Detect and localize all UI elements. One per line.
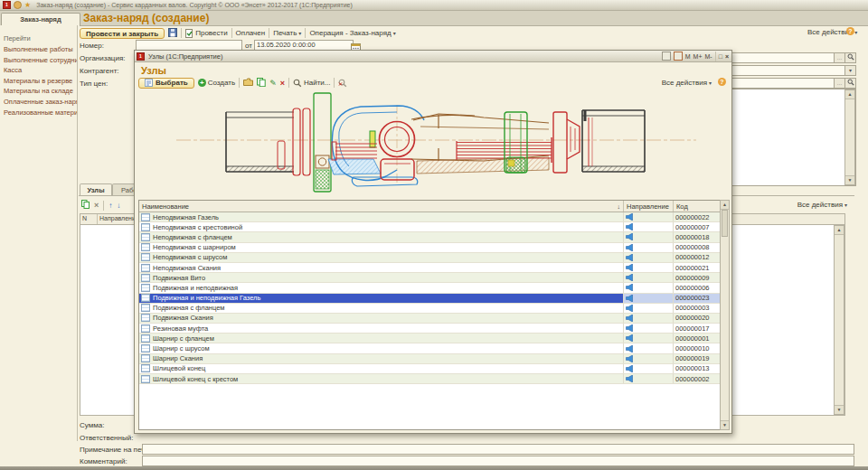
direction-icon [626,324,634,332]
row-code-cell: 000000010 [674,343,721,352]
select-button[interactable]: Выбрать [138,78,194,89]
column-code[interactable]: Код [674,201,721,212]
create-button[interactable]: + Создать [198,79,235,87]
row-name-cell: Неподвижная Газель [139,212,624,221]
scroll-up-icon[interactable]: ▲ [721,201,729,210]
table-row[interactable]: Неподвижная с шарниром000000008 [139,243,729,253]
row-code-cell: 000000007 [674,222,721,231]
sidebar-item[interactable]: Выполненные работы [4,45,77,53]
table-row[interactable]: Шлицевой конец с крестом000000002 [139,374,729,384]
row-direction-cell [624,334,674,343]
direction-icon [626,244,634,251]
table-row[interactable]: Шарнир Скания000000019 [139,354,729,364]
table-row[interactable]: Подвижная Скания000000020 [139,314,729,324]
scroll-down-icon[interactable]: ▼ [835,405,844,414]
comment-input[interactable] [142,456,854,466]
window-tab-order[interactable]: Заказ-наряд (создание) [1,13,80,26]
find-button[interactable]: Найти... [293,79,331,88]
move-down-icon[interactable]: ↓ [117,202,120,210]
scroll-down-icon[interactable]: ▼ [721,420,729,429]
row-code-cell: 000000017 [674,324,721,333]
maximize-icon[interactable]: □ [719,53,722,60]
window-bottom-edge [0,466,868,470]
row-name-cell: Подвижная Вито [139,273,624,282]
create-group-folder-icon[interactable] [243,78,253,88]
panel-scrollbar[interactable]: ▲ ▼ [844,89,855,185]
modal-titlebar: 1 Узлы (1С:Предприятие) М М+ М- □ × [135,51,731,62]
table-row[interactable]: Подвижная Вито000000009 [139,273,729,283]
magnifier-icon [293,79,302,88]
copy-icon[interactable] [257,78,266,89]
row-name-cell: Неподвижная с шарниром [139,243,624,252]
favorites-star-icon[interactable]: ★ [24,2,31,9]
table-row[interactable]: Подвижная и неподвижная Газель000000023 [139,294,729,304]
nodes-table-scrollbar[interactable]: ▲ ▼ [720,200,730,430]
delete-icon[interactable]: × [280,79,285,88]
table-row[interactable]: Неподвижная Газель000000022 [139,212,729,222]
lower-scrollbar[interactable]: ▲ ▼ [834,225,844,415]
table-row[interactable]: Неподвижная с фланцем000000018 [139,232,729,242]
column-n[interactable]: N [80,214,98,224]
service-button-icon[interactable] [14,1,22,9]
copy-icon[interactable] [81,200,90,211]
save-icon[interactable] [168,28,177,39]
sidebar-item[interactable]: Материалы на складе [4,87,77,95]
help-icon[interactable]: ? [846,27,854,35]
column-direction[interactable]: Направление [624,201,674,212]
sidebar-item[interactable]: Реализованные материалы [4,108,77,117]
window-detach-icon[interactable] [674,52,683,61]
post-and-close-button[interactable]: Провести и закрыть [80,28,165,39]
memory-button[interactable]: М [685,53,691,60]
ellipsis-button[interactable]: … [834,53,844,62]
post-button[interactable]: Провести [185,29,227,38]
sidebar-header: Перейти [4,34,77,42]
row-name-cell: Резиновая муфта [139,324,624,333]
toolbar-separator [269,28,269,38]
magnifier-icon[interactable] [844,53,855,62]
table-row[interactable]: Неподвижная Скания000000021 [139,263,729,273]
chevron-down-icon: ▾ [844,202,847,208]
ellipsis-button[interactable]: … [834,79,844,88]
scroll-up-icon[interactable]: ▲ [845,90,854,99]
lower-all-actions-button[interactable]: Все действия▾ [797,201,847,209]
dropdown-arrow-icon[interactable]: ▾ [844,66,855,75]
modal-all-actions-button[interactable]: Все действия▾ [662,79,712,87]
tab-nodes[interactable]: Узлы [80,183,112,196]
edit-pencil-icon[interactable]: ✎ [269,79,277,88]
table-row[interactable]: Подвижная с фланцем000000003 [139,304,729,314]
row-code-cell: 000000009 [674,273,721,282]
row-code-cell: 000000023 [674,294,721,303]
table-row[interactable]: Подвижная и неподвижная000000006 [139,283,729,293]
scroll-up-icon[interactable]: ▲ [835,226,844,235]
table-row[interactable]: Шарнир с фланцем000000001 [139,334,729,343]
window-dock-icon[interactable] [662,52,671,61]
scroll-down-icon[interactable]: ▼ [845,175,854,184]
list-item-icon [141,213,150,221]
table-row[interactable]: Неподвижная с шрусом000000012 [139,253,729,263]
sidebar-item[interactable]: Касса [4,66,77,74]
magnifier-icon[interactable] [844,79,855,88]
memory-minus-button[interactable]: М- [705,53,712,60]
table-row[interactable]: Резиновая муфта000000017 [139,324,729,334]
clear-find-icon[interactable] [338,79,347,88]
table-row[interactable]: Шлицевой конец000000013 [139,364,729,374]
sidebar-item[interactable]: Оплаченные заказ-наряды [4,98,77,106]
table-row[interactable]: Неподвижная с крестовиной000000007 [139,222,729,232]
scroll-thumb[interactable] [722,210,728,237]
sidebar-item[interactable]: Выполненные сотрудника... [4,56,77,64]
print-note-input[interactable] [142,444,854,455]
paid-button[interactable]: Оплачен [236,29,266,37]
sidebar-item[interactable]: Материалы в резерве [4,77,77,85]
modal-title-text: Узлы (1С:Предприятие) [148,52,222,61]
row-name-cell: Шлицевой конец [139,364,624,373]
delete-icon[interactable]: × [94,201,99,210]
close-icon[interactable]: × [725,53,729,60]
help-icon[interactable]: ? [718,78,726,86]
column-name[interactable]: Наименование ↓ [139,201,624,212]
print-menu-button[interactable]: Печать▾ [273,29,301,37]
operation-menu-button[interactable]: Операция - Заказ-наряд▾ [309,29,395,37]
direction-icon [626,375,634,382]
move-up-icon[interactable]: ↑ [108,202,112,210]
table-row[interactable]: Шарнир с шрусом000000010 [139,343,729,353]
memory-plus-button[interactable]: М+ [693,53,703,60]
